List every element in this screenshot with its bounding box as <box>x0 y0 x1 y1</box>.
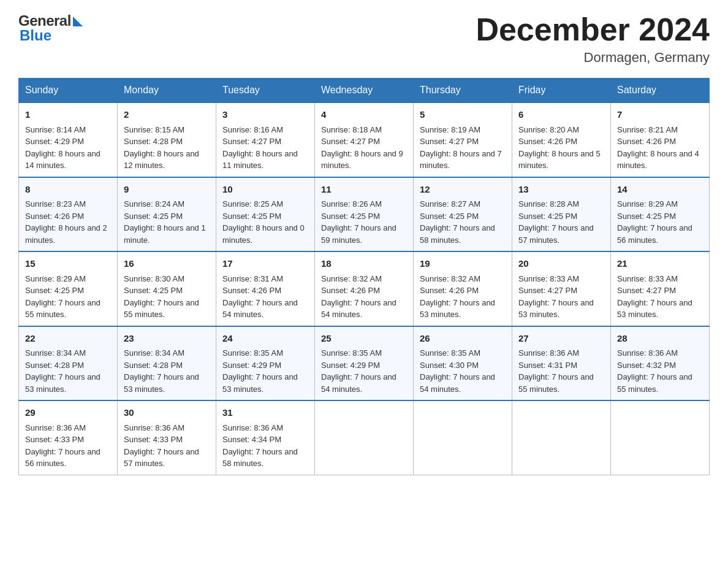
daylight-text: Daylight: 8 hours and 1 minute. <box>124 223 206 245</box>
sunset-text: Sunset: 4:27 PM <box>321 137 380 146</box>
sunset-text: Sunset: 4:26 PM <box>518 137 577 146</box>
sunset-text: Sunset: 4:28 PM <box>25 361 84 370</box>
calendar-day-cell: 19 Sunrise: 8:32 AM Sunset: 4:26 PM Dayl… <box>414 251 512 326</box>
sunset-text: Sunset: 4:26 PM <box>25 212 84 221</box>
day-number: 15 <box>25 257 111 271</box>
calendar-day-cell: 9 Sunrise: 8:24 AM Sunset: 4:25 PM Dayli… <box>118 177 216 252</box>
calendar-day-cell: 16 Sunrise: 8:30 AM Sunset: 4:25 PM Dayl… <box>118 251 216 326</box>
daylight-text: Daylight: 8 hours and 5 minutes. <box>518 149 601 170</box>
sunrise-text: Sunrise: 8:31 AM <box>222 274 283 283</box>
calendar-day-cell: 8 Sunrise: 8:23 AM Sunset: 4:26 PM Dayli… <box>19 177 118 252</box>
sunset-text: Sunset: 4:31 PM <box>518 361 577 370</box>
sunset-text: Sunset: 4:27 PM <box>518 286 577 295</box>
day-number: 12 <box>420 183 506 197</box>
sunrise-text: Sunrise: 8:36 AM <box>518 348 579 358</box>
calendar-week-row: 8 Sunrise: 8:23 AM Sunset: 4:26 PM Dayli… <box>19 177 710 252</box>
sunrise-text: Sunrise: 8:33 AM <box>518 274 579 283</box>
day-number: 4 <box>321 108 407 122</box>
calendar-day-cell: 30 Sunrise: 8:36 AM Sunset: 4:33 PM Dayl… <box>118 400 216 475</box>
sunrise-text: Sunrise: 8:24 AM <box>124 199 184 209</box>
sunset-text: Sunset: 4:25 PM <box>518 212 577 221</box>
sunrise-text: Sunrise: 8:28 AM <box>518 199 579 209</box>
calendar-day-cell: 15 Sunrise: 8:29 AM Sunset: 4:25 PM Dayl… <box>19 251 118 326</box>
daylight-text: Daylight: 7 hours and 53 minutes. <box>617 298 692 320</box>
day-number: 22 <box>25 332 111 346</box>
daylight-text: Daylight: 7 hours and 57 minutes. <box>518 223 594 245</box>
daylight-text: Daylight: 7 hours and 53 minutes. <box>518 298 594 320</box>
day-number: 5 <box>420 108 506 122</box>
day-number: 30 <box>124 406 210 420</box>
sunset-text: Sunset: 4:28 PM <box>124 137 183 146</box>
day-number: 10 <box>222 183 308 197</box>
daylight-text: Daylight: 7 hours and 55 minutes. <box>617 372 692 394</box>
header-saturday: Saturday <box>611 79 710 103</box>
sunrise-text: Sunrise: 8:36 AM <box>222 423 283 432</box>
sunrise-text: Sunrise: 8:15 AM <box>124 125 184 134</box>
sunset-text: Sunset: 4:25 PM <box>420 212 479 221</box>
day-number: 8 <box>25 183 111 197</box>
sunset-text: Sunset: 4:26 PM <box>617 137 676 146</box>
calendar-day-cell: 24 Sunrise: 8:35 AM Sunset: 4:29 PM Dayl… <box>216 326 315 401</box>
sunset-text: Sunset: 4:27 PM <box>420 137 479 146</box>
calendar-day-cell: 6 Sunrise: 8:20 AM Sunset: 4:26 PM Dayli… <box>512 102 611 177</box>
calendar-day-cell: 2 Sunrise: 8:15 AM Sunset: 4:28 PM Dayli… <box>118 102 216 177</box>
day-number: 3 <box>222 108 308 122</box>
location-subtitle: Dormagen, Germany <box>476 50 710 66</box>
calendar-week-row: 1 Sunrise: 8:14 AM Sunset: 4:29 PM Dayli… <box>19 102 710 177</box>
sunrise-text: Sunrise: 8:29 AM <box>25 274 86 283</box>
sunset-text: Sunset: 4:25 PM <box>617 212 676 221</box>
sunset-text: Sunset: 4:27 PM <box>222 137 281 146</box>
daylight-text: Daylight: 7 hours and 54 minutes. <box>321 298 396 320</box>
day-number: 29 <box>25 406 111 420</box>
sunset-text: Sunset: 4:26 PM <box>321 286 380 295</box>
calendar-day-cell: 7 Sunrise: 8:21 AM Sunset: 4:26 PM Dayli… <box>611 102 710 177</box>
header-wednesday: Wednesday <box>315 79 414 103</box>
sunset-text: Sunset: 4:30 PM <box>420 361 479 370</box>
daylight-text: Daylight: 7 hours and 53 minutes. <box>420 298 495 320</box>
title-section: December 2024 Dormagen, Germany <box>476 12 710 66</box>
daylight-text: Daylight: 8 hours and 11 minutes. <box>222 149 298 170</box>
sunrise-text: Sunrise: 8:18 AM <box>321 125 382 134</box>
sunrise-text: Sunrise: 8:19 AM <box>420 125 480 134</box>
month-title: December 2024 <box>476 12 710 47</box>
daylight-text: Daylight: 7 hours and 53 minutes. <box>25 372 100 394</box>
calendar-week-row: 15 Sunrise: 8:29 AM Sunset: 4:25 PM Dayl… <box>19 251 710 326</box>
day-number: 18 <box>321 257 407 271</box>
day-number: 21 <box>617 257 703 271</box>
daylight-text: Daylight: 7 hours and 54 minutes. <box>420 372 495 394</box>
logo: General Blue <box>18 12 83 44</box>
sunset-text: Sunset: 4:28 PM <box>124 361 183 370</box>
sunrise-text: Sunrise: 8:32 AM <box>420 274 480 283</box>
calendar-day-cell: 3 Sunrise: 8:16 AM Sunset: 4:27 PM Dayli… <box>216 102 315 177</box>
calendar-day-cell: 17 Sunrise: 8:31 AM Sunset: 4:26 PM Dayl… <box>216 251 315 326</box>
day-number: 7 <box>617 108 703 122</box>
calendar-day-cell: 26 Sunrise: 8:35 AM Sunset: 4:30 PM Dayl… <box>414 326 512 401</box>
sunrise-text: Sunrise: 8:23 AM <box>25 199 86 209</box>
daylight-text: Daylight: 7 hours and 55 minutes. <box>124 298 199 320</box>
sunrise-text: Sunrise: 8:21 AM <box>617 125 678 134</box>
calendar-day-cell: 10 Sunrise: 8:25 AM Sunset: 4:25 PM Dayl… <box>216 177 315 252</box>
calendar-day-cell: 23 Sunrise: 8:34 AM Sunset: 4:28 PM Dayl… <box>118 326 216 401</box>
sunset-text: Sunset: 4:25 PM <box>222 212 281 221</box>
daylight-text: Daylight: 7 hours and 53 minutes. <box>124 372 199 394</box>
day-number: 31 <box>222 406 308 420</box>
day-number: 2 <box>124 108 210 122</box>
calendar-day-cell: 14 Sunrise: 8:29 AM Sunset: 4:25 PM Dayl… <box>611 177 710 252</box>
sunrise-text: Sunrise: 8:36 AM <box>617 348 678 358</box>
sunrise-text: Sunrise: 8:32 AM <box>321 274 382 283</box>
sunset-text: Sunset: 4:25 PM <box>124 212 183 221</box>
daylight-text: Daylight: 8 hours and 2 minutes. <box>25 223 107 245</box>
sunset-text: Sunset: 4:29 PM <box>321 361 380 370</box>
day-number: 16 <box>124 257 210 271</box>
calendar-day-cell: 1 Sunrise: 8:14 AM Sunset: 4:29 PM Dayli… <box>19 102 118 177</box>
calendar-day-cell <box>315 400 414 475</box>
sunrise-text: Sunrise: 8:16 AM <box>222 125 283 134</box>
sunrise-text: Sunrise: 8:34 AM <box>124 348 184 358</box>
calendar-day-cell: 13 Sunrise: 8:28 AM Sunset: 4:25 PM Dayl… <box>512 177 611 252</box>
day-number: 17 <box>222 257 308 271</box>
day-number: 26 <box>420 332 506 346</box>
day-number: 27 <box>518 332 604 346</box>
daylight-text: Daylight: 7 hours and 54 minutes. <box>321 372 396 394</box>
sunset-text: Sunset: 4:34 PM <box>222 435 281 444</box>
daylight-text: Daylight: 8 hours and 9 minutes. <box>321 149 403 170</box>
